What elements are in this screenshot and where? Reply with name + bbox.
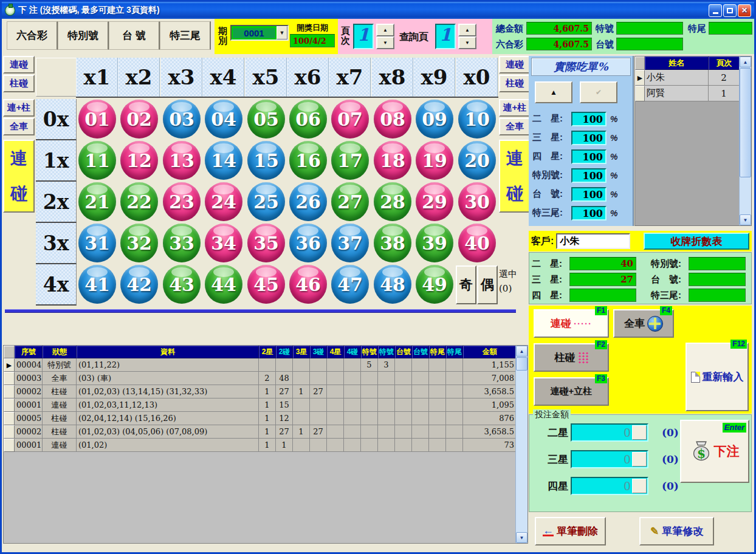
ball-45[interactable]: 45	[247, 265, 285, 304]
eat-row-field[interactable]: 100	[571, 149, 607, 164]
sidebar-button-2[interactable]: 柱碰	[3, 75, 35, 92]
minimize-button[interactable]	[709, 4, 722, 17]
sidebar-button-1[interactable]: 連碰	[3, 56, 35, 74]
bet-table-row-7[interactable]: 00001連碰(01,02)1173	[4, 439, 527, 452]
ball-33[interactable]: 33	[163, 224, 201, 262]
ball-06[interactable]: 06	[289, 100, 327, 138]
ball-09[interactable]: 09	[416, 100, 453, 138]
ball-15[interactable]: 15	[247, 141, 285, 180]
bet-amount-input[interactable]: 0	[571, 450, 648, 468]
column-bet-button[interactable]: 柱碰 F2	[534, 343, 609, 372]
delete-entry-button[interactable]: ← 單筆刪除	[535, 517, 606, 545]
ball-38[interactable]: 38	[374, 224, 411, 262]
ball-19[interactable]: 19	[416, 141, 453, 180]
sidebar-button-1[interactable]: 連碰	[499, 56, 531, 74]
modify-entry-button[interactable]: ✎ 單筆修改	[639, 517, 714, 545]
tab-1[interactable]: 六合彩	[7, 21, 58, 50]
query-page-field[interactable]: 1	[435, 24, 456, 49]
ball-10[interactable]: 10	[458, 100, 496, 138]
period-dropdown[interactable]: 0001 ▼	[230, 25, 289, 41]
ball-05[interactable]: 05	[247, 100, 285, 138]
bet-table-row-4[interactable]: 00001連碰(01,02,03,11,12,13)1151,095	[4, 398, 527, 412]
ball-39[interactable]: 39	[416, 224, 453, 262]
ball-08[interactable]: 08	[374, 100, 411, 138]
names-scroll-thumb[interactable]	[740, 68, 751, 177]
collapse-button[interactable]: ▲	[535, 81, 572, 103]
bet-table-row-5[interactable]: 00005柱碰(02,04,12,14) (15,16,26)112876	[4, 412, 527, 425]
ball-03[interactable]: 03	[163, 100, 201, 138]
chain-column-button[interactable]: 連碰+立柱 F3	[534, 377, 609, 406]
eat-row-field[interactable]: 100	[571, 131, 607, 145]
odd-button[interactable]: 奇	[456, 265, 476, 304]
discount-table-button[interactable]: 收牌折數表	[644, 233, 749, 250]
ball-17[interactable]: 17	[331, 141, 369, 180]
ball-18[interactable]: 18	[374, 141, 411, 180]
ball-24[interactable]: 24	[205, 182, 242, 221]
ball-16[interactable]: 16	[289, 141, 327, 180]
ball-31[interactable]: 31	[78, 224, 116, 262]
ball-27[interactable]: 27	[331, 182, 369, 221]
names-row-2[interactable]: 阿賢1	[635, 86, 751, 101]
sidebar-big-chain-button[interactable]: 連碰	[499, 140, 531, 213]
page-field[interactable]: 1	[353, 24, 374, 49]
ball-07[interactable]: 07	[331, 100, 369, 138]
names-scroll-up[interactable]: ▲	[740, 56, 751, 67]
ball-35[interactable]: 35	[247, 224, 285, 262]
eat-row-field[interactable]: 100	[571, 187, 607, 202]
ball-34[interactable]: 34	[205, 224, 242, 262]
place-bet-button[interactable]: Enter $ 下注	[680, 420, 749, 483]
ball-42[interactable]: 42	[120, 265, 158, 304]
ball-02[interactable]: 02	[120, 100, 158, 138]
sidebar-button-3[interactable]: 連+柱	[499, 99, 531, 117]
ball-23[interactable]: 23	[163, 182, 201, 221]
full-wheel-button[interactable]: 全車 F4	[613, 309, 674, 338]
bet-amount-input[interactable]: 0	[571, 477, 648, 495]
bet-amount-input[interactable]: 0	[571, 423, 648, 442]
ball-22[interactable]: 22	[120, 182, 158, 221]
tab-2[interactable]: 特別號	[58, 21, 109, 50]
sidebar-button-3[interactable]: 連+柱	[3, 99, 35, 117]
ball-48[interactable]: 48	[374, 265, 411, 304]
ball-29[interactable]: 29	[416, 182, 453, 221]
sidebar-button-4[interactable]: 全車	[499, 118, 531, 135]
page-spin-down[interactable]: ▼	[376, 36, 394, 49]
names-scroll-down[interactable]: ▼	[740, 214, 751, 225]
ball-43[interactable]: 43	[163, 265, 201, 304]
ball-14[interactable]: 14	[205, 141, 242, 180]
sidebar-button-4[interactable]: 全車	[3, 118, 35, 135]
bet-table-row-6[interactable]: 00002柱碰(01,02,03) (04,05,06) (07,08,09)1…	[4, 425, 527, 439]
ball-28[interactable]: 28	[374, 182, 411, 221]
maximize-button[interactable]	[723, 4, 737, 17]
bet-table-scrollbar[interactable]: ▲ ▼	[515, 346, 527, 543]
bet-table-row-3[interactable]: 00002柱碰(01,02,03) (13,14,15) (31,32,33)1…	[4, 385, 527, 398]
sidebar-big-chain-button[interactable]: 連碰	[3, 140, 35, 213]
apply-button-disabled[interactable]: ✔	[580, 81, 617, 103]
ball-26[interactable]: 26	[289, 182, 327, 221]
even-button[interactable]: 偶	[477, 265, 498, 304]
ball-40[interactable]: 40	[458, 224, 496, 262]
ball-04[interactable]: 04	[205, 100, 242, 138]
bet-table-row-2[interactable]: 00003全車(03) (車)2487,008	[4, 372, 527, 385]
names-row-1[interactable]: ▶小朱2	[635, 70, 751, 86]
scroll-up-button[interactable]: ▲	[516, 346, 527, 357]
dropdown-arrow-icon[interactable]: ▼	[277, 26, 287, 39]
ball-32[interactable]: 32	[120, 224, 158, 262]
ball-13[interactable]: 13	[163, 141, 201, 180]
tab-3[interactable]: 台 號	[109, 21, 160, 50]
ball-30[interactable]: 30	[458, 182, 496, 221]
tab-4[interactable]: 特三尾	[160, 21, 211, 50]
ball-20[interactable]: 20	[458, 141, 496, 180]
names-scrollbar[interactable]: ▲ ▼	[739, 56, 751, 225]
eat-row-field[interactable]: 100	[571, 206, 607, 221]
ball-37[interactable]: 37	[331, 224, 369, 262]
ball-25[interactable]: 25	[247, 182, 285, 221]
ball-44[interactable]: 44	[205, 265, 242, 304]
ball-46[interactable]: 46	[289, 265, 327, 304]
scroll-down-button[interactable]: ▼	[516, 532, 527, 543]
ball-21[interactable]: 21	[78, 182, 116, 221]
ball-41[interactable]: 41	[78, 265, 116, 304]
scroll-thumb[interactable]	[516, 357, 527, 371]
sidebar-button-2[interactable]: 柱碰	[499, 75, 531, 92]
customer-input[interactable]	[556, 233, 630, 249]
query-spin-up[interactable]: ▲	[458, 24, 476, 36]
